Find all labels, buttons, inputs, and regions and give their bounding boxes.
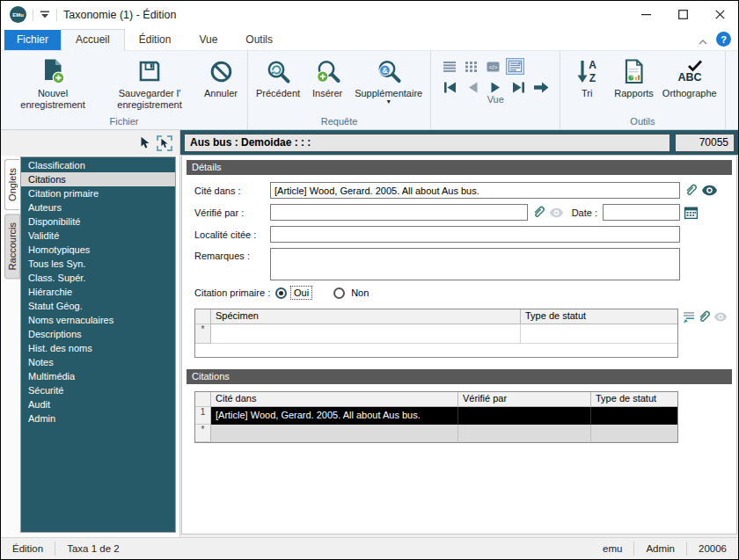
specimen-grid-corner (195, 309, 211, 324)
cited-in-cell[interactable] (211, 425, 458, 442)
help-button[interactable]: ? (716, 32, 731, 47)
primary-citation-no-label[interactable]: Non (348, 287, 371, 299)
insert-button[interactable]: Insérer (304, 53, 350, 99)
record-summary: Aus bus : Demoidae : : : (184, 134, 670, 152)
date-actions (680, 205, 724, 220)
reports-button[interactable]: Rapports (610, 53, 658, 99)
sidebar-tab-onglets[interactable]: Onglets (4, 159, 20, 210)
tab-accueil[interactable]: Accueil (61, 29, 125, 51)
status-type-column-header: Type de statut (591, 392, 677, 407)
row-number[interactable]: 1 (195, 407, 211, 425)
save-record-label: Sauvegarder l' enregistrement (106, 88, 194, 111)
sidebar-item[interactable]: Descriptions (21, 327, 175, 341)
status-user: Admin (634, 543, 686, 554)
sidebar-item[interactable]: Hist. des noms (21, 341, 175, 355)
sidebar-item[interactable]: Multimédia (21, 369, 175, 383)
cancel-button[interactable]: Annuler (198, 53, 244, 99)
verified-by-actions (528, 205, 567, 220)
sidebar-item[interactable]: Class. Supér. (21, 271, 175, 285)
sidebar-item[interactable]: Audit (21, 397, 175, 411)
cited-in-input[interactable] (270, 182, 680, 199)
sidebar-item[interactable]: Disponibilité (21, 215, 175, 229)
remarks-row: Remarques : (194, 248, 724, 280)
specimen-cell[interactable] (211, 324, 521, 344)
date-input[interactable] (603, 204, 680, 221)
cited-locality-input[interactable] (270, 226, 680, 243)
titlebar-divider (56, 9, 57, 21)
quick-access-dropdown-icon[interactable] (40, 11, 50, 18)
additional-dropdown-icon[interactable]: ▾ (387, 99, 391, 105)
sidebar-item[interactable]: Statut Géog. (21, 299, 175, 313)
new-row-selector[interactable]: * (195, 425, 211, 442)
sidebar-tab-raccourcis[interactable]: Raccourcis (4, 214, 20, 279)
cited-in-cell[interactable]: [Article] Wood, Gerard. 2005. All about … (211, 407, 458, 425)
sidebar-item[interactable]: Tous les Syn. (21, 257, 175, 271)
sort-button[interactable]: A Z Tri (564, 53, 610, 99)
tab-edition[interactable]: Édition (125, 30, 186, 50)
code-view-icon[interactable]: </> (484, 58, 502, 75)
verified-by-cell[interactable] (458, 425, 591, 442)
select-mode-icon[interactable] (157, 135, 172, 151)
sidebar-item[interactable]: Notes (21, 355, 175, 369)
sidebar-item[interactable]: Noms vernaculaires (21, 313, 175, 327)
status-type-cell[interactable] (591, 407, 677, 425)
cited-locality-row: Localité citée : (194, 226, 724, 243)
sidebar-item[interactable]: Citations (21, 172, 175, 186)
citations-row-selected[interactable]: 1 [Article] Wood, Gerard. 2005. All abou… (195, 407, 677, 425)
primary-citation-yes-radio[interactable] (275, 287, 287, 299)
tab-outils[interactable]: Outils (231, 30, 287, 50)
app-logo-text: EMu (12, 12, 24, 18)
additional-button[interactable]: & Supplémentaire ▾ (350, 53, 427, 105)
ribbon-group-outils: A Z Tri (560, 51, 725, 129)
verified-by-label: Vérifié par : (194, 207, 270, 218)
tab-vue[interactable]: Vue (185, 30, 231, 50)
list-view-icon[interactable] (440, 58, 458, 75)
goto-record-button[interactable] (531, 80, 551, 94)
citations-new-row[interactable]: * (195, 425, 677, 442)
cited-in-view-icon[interactable] (701, 185, 718, 196)
remarks-label: Remarques : (194, 248, 270, 261)
next-record-button[interactable] (486, 80, 505, 94)
verified-by-input[interactable] (270, 204, 528, 221)
fill-values-icon[interactable] (682, 311, 695, 324)
cited-in-attach-icon[interactable] (684, 183, 699, 198)
pointer-icon[interactable] (140, 136, 150, 149)
form-view-icon[interactable] (506, 58, 524, 75)
collapse-ribbon-icon[interactable] (693, 40, 713, 50)
calendar-icon[interactable] (684, 205, 699, 220)
spelling-button[interactable]: ABC Orthographe (658, 53, 721, 99)
sidebar-item[interactable]: Auteurs (21, 200, 175, 215)
sidebar-item[interactable]: Classification (21, 158, 175, 172)
close-button[interactable] (701, 1, 738, 28)
save-record-button[interactable]: Sauvegarder l' enregistrement (101, 53, 198, 111)
specimen-attach-icon[interactable] (697, 309, 712, 324)
app-logo-icon[interactable]: EMu (10, 6, 26, 23)
additional-icon: & (376, 55, 401, 87)
maximize-button[interactable] (664, 1, 701, 28)
verified-by-cell[interactable] (458, 407, 591, 425)
sidebar-toolbar (1, 130, 179, 156)
previous-record-button[interactable] (463, 80, 482, 94)
previous-query-button[interactable]: Précédent (252, 53, 304, 99)
last-record-button[interactable] (509, 80, 528, 94)
verified-by-attach-icon[interactable] (531, 205, 546, 220)
sidebar-item[interactable]: Hiérarchie (21, 285, 175, 299)
primary-citation-no-radio[interactable] (333, 287, 345, 299)
tab-fichier[interactable]: Fichier (4, 30, 61, 50)
verified-by-view-icon-disabled (549, 207, 564, 218)
status-type-cell[interactable] (591, 425, 677, 442)
primary-citation-yes-label[interactable]: Oui (290, 286, 312, 300)
grid-view-icon[interactable] (462, 58, 480, 75)
remarks-input[interactable] (270, 248, 680, 280)
minimize-button[interactable] (627, 1, 664, 28)
new-row-selector[interactable]: * (195, 324, 211, 344)
sidebar-item[interactable]: Sécurité (21, 383, 175, 397)
sidebar-item[interactable]: Homotypiques (21, 243, 175, 257)
sidebar-item[interactable]: Validité (21, 229, 175, 243)
first-record-button[interactable] (440, 80, 459, 94)
status-type-column-header: Type de statut (521, 309, 677, 324)
status-type-cell[interactable] (521, 324, 677, 344)
new-record-button[interactable]: Nouvel enregistrement (4, 53, 101, 111)
sidebar-item[interactable]: Admin (21, 411, 175, 425)
sidebar-item[interactable]: Citation primaire (21, 186, 175, 200)
